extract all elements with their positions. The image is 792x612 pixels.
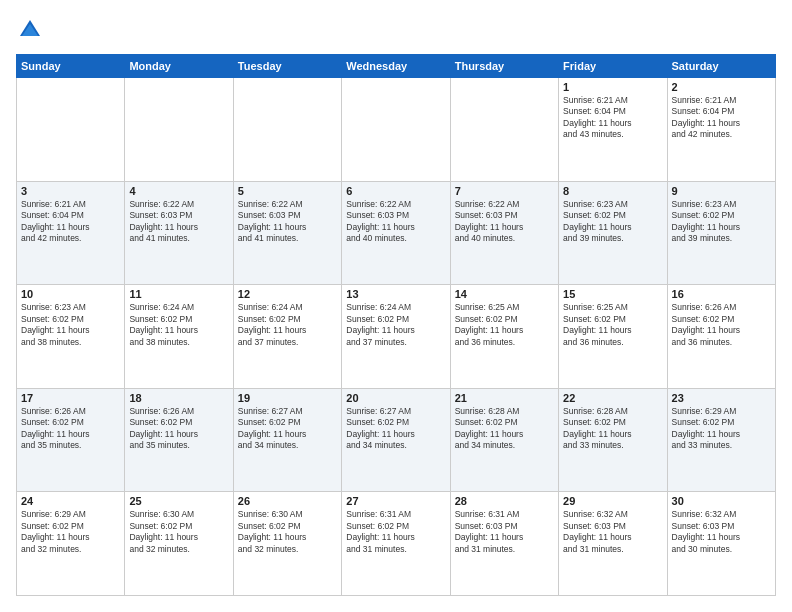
calendar-day-15: 15Sunrise: 6:25 AM Sunset: 6:02 PM Dayli… bbox=[559, 285, 667, 389]
day-info: Sunrise: 6:30 AM Sunset: 6:02 PM Dayligh… bbox=[238, 509, 337, 555]
calendar-week-5: 24Sunrise: 6:29 AM Sunset: 6:02 PM Dayli… bbox=[17, 492, 776, 596]
calendar-day-1: 1Sunrise: 6:21 AM Sunset: 6:04 PM Daylig… bbox=[559, 78, 667, 182]
day-number: 6 bbox=[346, 185, 445, 197]
calendar-header-saturday: Saturday bbox=[667, 55, 775, 78]
day-number: 27 bbox=[346, 495, 445, 507]
day-info: Sunrise: 6:22 AM Sunset: 6:03 PM Dayligh… bbox=[238, 199, 337, 245]
calendar-day-16: 16Sunrise: 6:26 AM Sunset: 6:02 PM Dayli… bbox=[667, 285, 775, 389]
calendar-week-2: 3Sunrise: 6:21 AM Sunset: 6:04 PM Daylig… bbox=[17, 181, 776, 285]
calendar-empty bbox=[17, 78, 125, 182]
day-info: Sunrise: 6:26 AM Sunset: 6:02 PM Dayligh… bbox=[129, 406, 228, 452]
calendar-day-2: 2Sunrise: 6:21 AM Sunset: 6:04 PM Daylig… bbox=[667, 78, 775, 182]
calendar-day-24: 24Sunrise: 6:29 AM Sunset: 6:02 PM Dayli… bbox=[17, 492, 125, 596]
day-number: 11 bbox=[129, 288, 228, 300]
day-number: 1 bbox=[563, 81, 662, 93]
calendar-empty bbox=[342, 78, 450, 182]
day-info: Sunrise: 6:21 AM Sunset: 6:04 PM Dayligh… bbox=[672, 95, 771, 141]
day-number: 25 bbox=[129, 495, 228, 507]
day-info: Sunrise: 6:30 AM Sunset: 6:02 PM Dayligh… bbox=[129, 509, 228, 555]
calendar-day-10: 10Sunrise: 6:23 AM Sunset: 6:02 PM Dayli… bbox=[17, 285, 125, 389]
calendar-empty bbox=[233, 78, 341, 182]
calendar-day-20: 20Sunrise: 6:27 AM Sunset: 6:02 PM Dayli… bbox=[342, 388, 450, 492]
day-info: Sunrise: 6:25 AM Sunset: 6:02 PM Dayligh… bbox=[563, 302, 662, 348]
day-info: Sunrise: 6:29 AM Sunset: 6:02 PM Dayligh… bbox=[672, 406, 771, 452]
day-number: 17 bbox=[21, 392, 120, 404]
calendar-day-19: 19Sunrise: 6:27 AM Sunset: 6:02 PM Dayli… bbox=[233, 388, 341, 492]
day-info: Sunrise: 6:28 AM Sunset: 6:02 PM Dayligh… bbox=[563, 406, 662, 452]
calendar-day-28: 28Sunrise: 6:31 AM Sunset: 6:03 PM Dayli… bbox=[450, 492, 558, 596]
day-number: 9 bbox=[672, 185, 771, 197]
calendar-day-17: 17Sunrise: 6:26 AM Sunset: 6:02 PM Dayli… bbox=[17, 388, 125, 492]
calendar-empty bbox=[450, 78, 558, 182]
calendar-day-27: 27Sunrise: 6:31 AM Sunset: 6:02 PM Dayli… bbox=[342, 492, 450, 596]
calendar-day-6: 6Sunrise: 6:22 AM Sunset: 6:03 PM Daylig… bbox=[342, 181, 450, 285]
day-number: 16 bbox=[672, 288, 771, 300]
day-info: Sunrise: 6:23 AM Sunset: 6:02 PM Dayligh… bbox=[21, 302, 120, 348]
calendar-day-30: 30Sunrise: 6:32 AM Sunset: 6:03 PM Dayli… bbox=[667, 492, 775, 596]
calendar-day-14: 14Sunrise: 6:25 AM Sunset: 6:02 PM Dayli… bbox=[450, 285, 558, 389]
calendar-week-1: 1Sunrise: 6:21 AM Sunset: 6:04 PM Daylig… bbox=[17, 78, 776, 182]
day-info: Sunrise: 6:32 AM Sunset: 6:03 PM Dayligh… bbox=[672, 509, 771, 555]
calendar-day-13: 13Sunrise: 6:24 AM Sunset: 6:02 PM Dayli… bbox=[342, 285, 450, 389]
calendar-header-sunday: Sunday bbox=[17, 55, 125, 78]
day-number: 29 bbox=[563, 495, 662, 507]
calendar-day-26: 26Sunrise: 6:30 AM Sunset: 6:02 PM Dayli… bbox=[233, 492, 341, 596]
logo bbox=[16, 16, 48, 44]
day-info: Sunrise: 6:29 AM Sunset: 6:02 PM Dayligh… bbox=[21, 509, 120, 555]
day-number: 13 bbox=[346, 288, 445, 300]
calendar-header-thursday: Thursday bbox=[450, 55, 558, 78]
day-info: Sunrise: 6:23 AM Sunset: 6:02 PM Dayligh… bbox=[563, 199, 662, 245]
day-info: Sunrise: 6:21 AM Sunset: 6:04 PM Dayligh… bbox=[21, 199, 120, 245]
day-number: 10 bbox=[21, 288, 120, 300]
day-info: Sunrise: 6:22 AM Sunset: 6:03 PM Dayligh… bbox=[455, 199, 554, 245]
calendar-day-5: 5Sunrise: 6:22 AM Sunset: 6:03 PM Daylig… bbox=[233, 181, 341, 285]
calendar-week-4: 17Sunrise: 6:26 AM Sunset: 6:02 PM Dayli… bbox=[17, 388, 776, 492]
day-info: Sunrise: 6:21 AM Sunset: 6:04 PM Dayligh… bbox=[563, 95, 662, 141]
day-number: 30 bbox=[672, 495, 771, 507]
logo-icon bbox=[16, 16, 44, 44]
calendar-day-29: 29Sunrise: 6:32 AM Sunset: 6:03 PM Dayli… bbox=[559, 492, 667, 596]
day-info: Sunrise: 6:24 AM Sunset: 6:02 PM Dayligh… bbox=[346, 302, 445, 348]
calendar-day-22: 22Sunrise: 6:28 AM Sunset: 6:02 PM Dayli… bbox=[559, 388, 667, 492]
day-number: 15 bbox=[563, 288, 662, 300]
day-number: 2 bbox=[672, 81, 771, 93]
day-number: 7 bbox=[455, 185, 554, 197]
calendar-header-wednesday: Wednesday bbox=[342, 55, 450, 78]
day-info: Sunrise: 6:25 AM Sunset: 6:02 PM Dayligh… bbox=[455, 302, 554, 348]
day-number: 4 bbox=[129, 185, 228, 197]
day-info: Sunrise: 6:27 AM Sunset: 6:02 PM Dayligh… bbox=[346, 406, 445, 452]
day-number: 12 bbox=[238, 288, 337, 300]
calendar-day-18: 18Sunrise: 6:26 AM Sunset: 6:02 PM Dayli… bbox=[125, 388, 233, 492]
calendar-day-11: 11Sunrise: 6:24 AM Sunset: 6:02 PM Dayli… bbox=[125, 285, 233, 389]
calendar-day-8: 8Sunrise: 6:23 AM Sunset: 6:02 PM Daylig… bbox=[559, 181, 667, 285]
day-info: Sunrise: 6:31 AM Sunset: 6:02 PM Dayligh… bbox=[346, 509, 445, 555]
calendar-day-3: 3Sunrise: 6:21 AM Sunset: 6:04 PM Daylig… bbox=[17, 181, 125, 285]
calendar-table: SundayMondayTuesdayWednesdayThursdayFrid… bbox=[16, 54, 776, 596]
day-info: Sunrise: 6:24 AM Sunset: 6:02 PM Dayligh… bbox=[129, 302, 228, 348]
header bbox=[16, 16, 776, 44]
calendar-header-row: SundayMondayTuesdayWednesdayThursdayFrid… bbox=[17, 55, 776, 78]
calendar-week-3: 10Sunrise: 6:23 AM Sunset: 6:02 PM Dayli… bbox=[17, 285, 776, 389]
day-info: Sunrise: 6:26 AM Sunset: 6:02 PM Dayligh… bbox=[672, 302, 771, 348]
calendar-day-4: 4Sunrise: 6:22 AM Sunset: 6:03 PM Daylig… bbox=[125, 181, 233, 285]
day-number: 22 bbox=[563, 392, 662, 404]
day-info: Sunrise: 6:22 AM Sunset: 6:03 PM Dayligh… bbox=[346, 199, 445, 245]
day-info: Sunrise: 6:26 AM Sunset: 6:02 PM Dayligh… bbox=[21, 406, 120, 452]
day-info: Sunrise: 6:28 AM Sunset: 6:02 PM Dayligh… bbox=[455, 406, 554, 452]
calendar-day-21: 21Sunrise: 6:28 AM Sunset: 6:02 PM Dayli… bbox=[450, 388, 558, 492]
day-number: 19 bbox=[238, 392, 337, 404]
calendar-empty bbox=[125, 78, 233, 182]
calendar-day-25: 25Sunrise: 6:30 AM Sunset: 6:02 PM Dayli… bbox=[125, 492, 233, 596]
calendar-header-monday: Monday bbox=[125, 55, 233, 78]
day-number: 18 bbox=[129, 392, 228, 404]
day-number: 24 bbox=[21, 495, 120, 507]
calendar-header-tuesday: Tuesday bbox=[233, 55, 341, 78]
calendar-day-9: 9Sunrise: 6:23 AM Sunset: 6:02 PM Daylig… bbox=[667, 181, 775, 285]
day-info: Sunrise: 6:22 AM Sunset: 6:03 PM Dayligh… bbox=[129, 199, 228, 245]
page: SundayMondayTuesdayWednesdayThursdayFrid… bbox=[0, 0, 792, 612]
day-info: Sunrise: 6:32 AM Sunset: 6:03 PM Dayligh… bbox=[563, 509, 662, 555]
day-number: 8 bbox=[563, 185, 662, 197]
day-info: Sunrise: 6:23 AM Sunset: 6:02 PM Dayligh… bbox=[672, 199, 771, 245]
calendar-day-7: 7Sunrise: 6:22 AM Sunset: 6:03 PM Daylig… bbox=[450, 181, 558, 285]
day-number: 5 bbox=[238, 185, 337, 197]
